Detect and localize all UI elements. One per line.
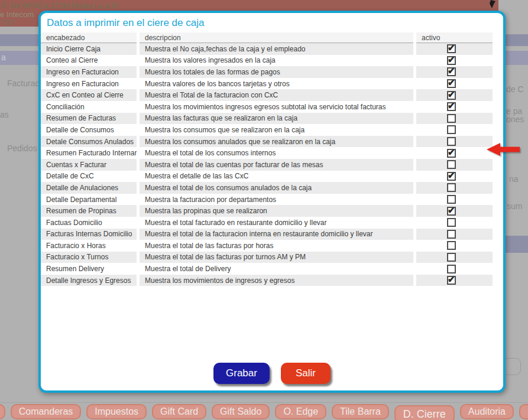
activo-checkbox[interactable] bbox=[447, 230, 456, 239]
row-descripcion: Muestra las propinas que se realizaron bbox=[140, 205, 413, 217]
row-activo-cell bbox=[416, 171, 493, 183]
bg-header-text-line2: e Intecom bbox=[0, 10, 34, 19]
row-encabezado: Resumen de Propinas bbox=[41, 205, 137, 217]
row-encabezado: Facturacio x Turnos bbox=[41, 252, 137, 263]
taskbar-tab-auditoria[interactable]: Auditoria bbox=[460, 404, 514, 419]
activo-checkbox[interactable] bbox=[447, 79, 456, 88]
table-row: Resumen de PropinasMuestra las propinas … bbox=[41, 205, 493, 217]
table-row: Detalle de ConsumosMuestra los consumos … bbox=[41, 124, 493, 136]
bg-fragment-pedidos: Pedidos bbox=[7, 144, 37, 153]
activo-checkbox[interactable] bbox=[447, 195, 456, 204]
activo-checkbox[interactable] bbox=[447, 253, 456, 262]
dialog-table-body: Inicio Cierre CajaMuestra el No caja,fec… bbox=[41, 43, 493, 286]
row-descripcion: Muestra los totales de las formas de pag… bbox=[140, 66, 413, 78]
row-activo-cell bbox=[416, 182, 493, 194]
row-encabezado: Conciliación bbox=[41, 101, 137, 113]
activo-checkbox[interactable] bbox=[447, 183, 456, 192]
bg-fragment: a bbox=[1, 53, 6, 62]
row-activo-cell bbox=[416, 55, 493, 67]
row-activo-cell bbox=[416, 217, 493, 229]
taskbar-tab-impuestos[interactable]: Impuestos bbox=[86, 404, 147, 419]
table-row: Ingreso en FacturacionMuestra valores de… bbox=[41, 78, 493, 90]
table-row: CxC en Conteo al CierreMuestra el Total … bbox=[41, 89, 493, 101]
row-activo-cell bbox=[416, 124, 493, 136]
bg-header-text-line1: 0 De 09:00 a 17:30 Horas Lu a Vi bbox=[2, 1, 118, 10]
dialog-actions: Grabar Salir bbox=[41, 363, 503, 384]
activo-checkbox[interactable] bbox=[447, 67, 456, 76]
activo-checkbox[interactable] bbox=[447, 276, 456, 285]
activo-checkbox[interactable] bbox=[447, 149, 456, 158]
activo-checkbox[interactable] bbox=[447, 125, 456, 134]
table-row: Facturacio x TurnosMuestra el total de l… bbox=[41, 252, 493, 263]
row-activo-cell bbox=[416, 159, 493, 171]
exit-button[interactable]: Salir bbox=[281, 363, 331, 384]
table-row: Cuentas x FacturarMuestra el total de la… bbox=[41, 159, 493, 171]
bg-fragment: de C bbox=[506, 84, 524, 94]
table-row: Factuas DomicilioMuestra el total factur… bbox=[41, 217, 493, 229]
row-descripcion: Muestra el total de la facturacion inter… bbox=[140, 229, 413, 240]
taskbar-tab-comanderas[interactable]: Comanderas bbox=[11, 404, 82, 419]
save-button[interactable]: Grabar bbox=[213, 363, 270, 384]
row-activo-cell bbox=[416, 263, 493, 275]
activo-checkbox[interactable] bbox=[447, 44, 456, 53]
table-row: Resumen Facturado InternarMuestra el tot… bbox=[41, 147, 493, 159]
row-activo-cell bbox=[416, 136, 493, 148]
activo-checkbox[interactable] bbox=[447, 160, 456, 169]
row-descripcion: Muestra el total de las cuentas por fact… bbox=[140, 159, 413, 171]
print-settings-dialog: Datos a imprimir en el ciere de caja enc… bbox=[38, 11, 506, 393]
row-encabezado: Resumen Facturado Internar bbox=[41, 147, 137, 159]
row-encabezado: Resumen de Facturas bbox=[41, 113, 137, 125]
row-activo-cell bbox=[416, 275, 493, 286]
row-descripcion: Muestra el Total de la facturacion con C… bbox=[140, 89, 413, 101]
taskbar-tab-gift-card[interactable]: Gift Card bbox=[152, 404, 206, 419]
taskbar-tab-gift-saldo[interactable]: Gift Saldo bbox=[212, 404, 270, 419]
row-encabezado: Facturas Internas Domicilio bbox=[41, 229, 137, 240]
row-descripcion: Muestra los movimientos de ingresos y eg… bbox=[140, 275, 413, 286]
row-descripcion: Muestra valores de los bancos tarjetas y… bbox=[140, 78, 413, 90]
row-encabezado: Facturacio x Horas bbox=[41, 240, 137, 252]
row-descripcion: Muestra los movimientos ingresos egresos… bbox=[140, 101, 413, 113]
screen: 0 De 09:00 a 17:30 Horas Lu a Vi e Intec… bbox=[0, 0, 528, 420]
annotation-arrow-icon bbox=[486, 142, 520, 157]
activo-checkbox[interactable] bbox=[447, 241, 456, 250]
activo-checkbox[interactable] bbox=[447, 56, 456, 65]
activo-checkbox[interactable] bbox=[447, 91, 456, 100]
row-encabezado: Resumen Delivery bbox=[41, 263, 137, 275]
activo-checkbox[interactable] bbox=[447, 172, 456, 181]
activo-checkbox[interactable] bbox=[447, 218, 456, 227]
row-activo-cell bbox=[416, 101, 493, 113]
table-row: Detalle de CxCMuestra el detalle de las … bbox=[41, 171, 493, 183]
activo-checkbox[interactable] bbox=[447, 207, 456, 216]
table-row: Detale Consumos AnuladosMuestra los cons… bbox=[41, 136, 493, 148]
settings-table: encabezado descripcion activo Inicio Cie… bbox=[41, 32, 493, 286]
table-row: Detalle Ingresos y EgresosMuestra los mo… bbox=[41, 275, 493, 286]
bg-fragment: ones bbox=[506, 115, 524, 124]
taskbar-tab-s[interactable]: S bbox=[0, 404, 5, 419]
background-band bbox=[506, 236, 528, 253]
taskbar-tab-tile-barra[interactable]: Tile Barra bbox=[332, 404, 389, 419]
bg-fragment: sum bbox=[507, 201, 522, 211]
row-encabezado: Detalle de Consumos bbox=[41, 124, 137, 136]
taskbar-tab-o-edge[interactable]: O. Edge bbox=[275, 404, 326, 419]
row-activo-cell bbox=[416, 66, 493, 78]
activo-checkbox[interactable] bbox=[447, 265, 456, 274]
column-header-encabezado: encabezado bbox=[41, 32, 137, 43]
activo-checkbox[interactable] bbox=[447, 137, 456, 146]
row-encabezado: Conteo al Cierre bbox=[41, 55, 137, 67]
taskbar-tab-d-cierre[interactable]: D. Cierre bbox=[394, 405, 455, 420]
activo-checkbox[interactable] bbox=[447, 114, 456, 123]
row-encabezado: Detale Consumos Anulados bbox=[41, 136, 137, 148]
bg-fragment: na bbox=[509, 174, 519, 184]
row-descripcion: Muestra los valores ingresados en la caj… bbox=[140, 55, 413, 67]
taskbar-divider bbox=[0, 402, 528, 403]
row-encabezado: Detalle Departamental bbox=[41, 194, 137, 206]
activo-checkbox[interactable] bbox=[447, 102, 456, 111]
taskbar-tab-imp[interactable]: Imp bbox=[519, 404, 528, 419]
row-activo-cell bbox=[416, 240, 493, 252]
row-encabezado: Inicio Cierre Caja bbox=[41, 43, 137, 55]
row-descripcion: Muestra el total de las facturas por tur… bbox=[140, 252, 413, 263]
table-row: Detalle DepartamentalMuestra la facturac… bbox=[41, 194, 493, 206]
table-row: Facturas Internas DomicilioMuestra el to… bbox=[41, 229, 493, 240]
table-row: Inicio Cierre CajaMuestra el No caja,fec… bbox=[41, 43, 493, 55]
row-activo-cell bbox=[416, 147, 493, 159]
